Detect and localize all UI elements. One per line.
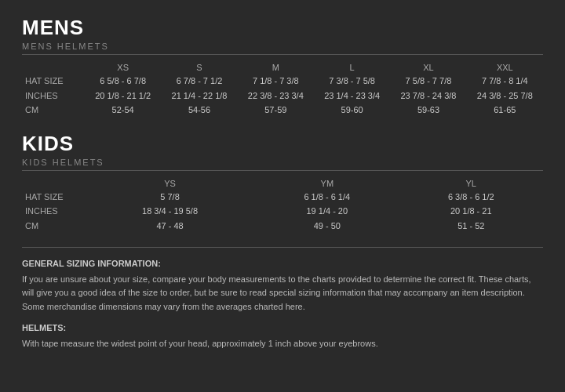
cell-value: 61-65 (467, 103, 543, 118)
helmets-text: With tape measure the widest point of yo… (22, 337, 543, 351)
kids-table: YS YM YL HAT SIZE5 7/86 1/8 - 6 1/46 3/8… (22, 177, 543, 234)
row-label: CM (22, 219, 85, 234)
table-row: CM47 - 4849 - 5051 - 52 (22, 219, 543, 234)
kids-section: KIDS KIDS HELMETS YS YM YL HAT SIZE5 7/8… (22, 132, 543, 234)
cell-value: 23 1/4 - 23 3/4 (314, 89, 390, 103)
cell-value: 7 1/8 - 7 3/8 (238, 74, 314, 89)
row-label: CM (22, 103, 85, 118)
cell-value: 22 3/8 - 23 3/4 (238, 89, 314, 103)
kids-col-ys: YS (85, 177, 255, 190)
helmets-info-block: HELMETS: With tape measure the widest po… (22, 321, 543, 350)
info-section: GENERAL SIZING INFORMATION: If you are u… (22, 257, 543, 351)
mens-table: XS S M L XL XXL HAT SIZE6 5/8 - 6 7/86 7… (22, 61, 543, 118)
mens-col-xxl: XXL (467, 61, 543, 74)
cell-value: 6 5/8 - 6 7/8 (85, 74, 161, 89)
mens-header-row: XS S M L XL XXL (22, 61, 543, 74)
mens-col-xs: XS (85, 61, 161, 74)
cell-value: 6 7/8 - 7 1/2 (161, 74, 237, 89)
mens-section: MENS MENS HELMETS XS S M L XL XXL HAT SI… (22, 16, 543, 118)
cell-value: 24 3/8 - 25 7/8 (467, 89, 543, 103)
kids-col-empty (22, 177, 85, 190)
cell-value: 20 1/8 - 21 1/2 (85, 89, 161, 103)
table-row: INCHES18 3/4 - 19 5/819 1/4 - 2020 1/8 -… (22, 204, 543, 219)
table-row: HAT SIZE5 7/86 1/8 - 6 1/46 3/8 - 6 1/2 (22, 190, 543, 205)
row-label: HAT SIZE (22, 74, 85, 89)
row-label: HAT SIZE (22, 190, 85, 205)
cell-value: 57-59 (238, 103, 314, 118)
row-label: INCHES (22, 89, 85, 103)
general-heading: GENERAL SIZING INFORMATION: (22, 257, 543, 271)
cell-value: 19 1/4 - 20 (255, 204, 399, 219)
mens-col-l: L (314, 61, 390, 74)
cell-value: 20 1/8 - 21 (399, 204, 543, 219)
cell-value: 52-54 (85, 103, 161, 118)
cell-value: 59-60 (314, 103, 390, 118)
kids-header-row: YS YM YL (22, 177, 543, 190)
cell-value: 5 7/8 (85, 190, 255, 205)
cell-value: 6 3/8 - 6 1/2 (399, 190, 543, 205)
helmets-heading: HELMETS: (22, 321, 543, 336)
kids-title: KIDS (22, 132, 543, 156)
mens-col-s: S (161, 61, 237, 74)
table-row: HAT SIZE6 5/8 - 6 7/86 7/8 - 7 1/27 1/8 … (22, 74, 543, 89)
kids-subtitle: KIDS HELMETS (22, 158, 543, 171)
mens-subtitle: MENS HELMETS (22, 42, 543, 55)
cell-value: 7 3/8 - 7 5/8 (314, 74, 390, 89)
cell-value: 18 3/4 - 19 5/8 (85, 204, 255, 219)
kids-col-ym: YM (255, 177, 399, 190)
general-text: If you are unsure about your size, compa… (22, 273, 543, 314)
mens-col-m: M (238, 61, 314, 74)
cell-value: 47 - 48 (85, 219, 255, 234)
cell-value: 59-63 (390, 103, 466, 118)
cell-value: 7 5/8 - 7 7/8 (390, 74, 466, 89)
mens-col-empty (22, 61, 85, 74)
row-label: INCHES (22, 204, 85, 219)
cell-value: 23 7/8 - 24 3/8 (390, 89, 466, 103)
cell-value: 6 1/8 - 6 1/4 (255, 190, 399, 205)
cell-value: 51 - 52 (399, 219, 543, 234)
cell-value: 49 - 50 (255, 219, 399, 234)
mens-col-xl: XL (390, 61, 466, 74)
table-row: CM52-5454-5657-5959-6059-6361-65 (22, 103, 543, 118)
kids-col-yl: YL (399, 177, 543, 190)
cell-value: 54-56 (161, 103, 237, 118)
cell-value: 21 1/4 - 22 1/8 (161, 89, 237, 103)
divider (22, 247, 543, 248)
general-info-block: GENERAL SIZING INFORMATION: If you are u… (22, 257, 543, 314)
table-row: INCHES20 1/8 - 21 1/221 1/4 - 22 1/822 3… (22, 89, 543, 103)
mens-title: MENS (22, 16, 543, 40)
cell-value: 7 7/8 - 8 1/4 (467, 74, 543, 89)
